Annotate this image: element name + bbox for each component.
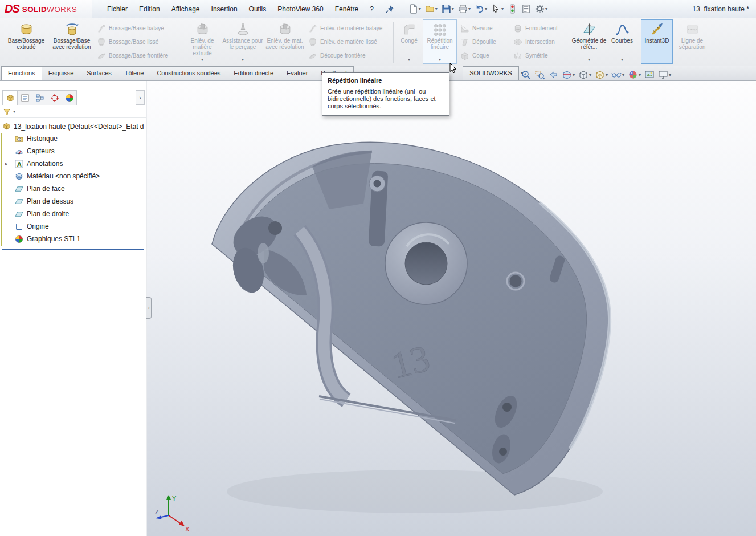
pin-menu-icon[interactable] — [385, 5, 394, 14]
edit-appearance-button[interactable]: ▾ — [627, 69, 642, 80]
property-manager-tab[interactable] — [17, 90, 32, 105]
split-line-button[interactable]: Ligne de séparation — [673, 19, 712, 64]
chevron-down-icon[interactable]: ▾ — [452, 6, 454, 11]
fillet-button[interactable]: Congé ▾ — [395, 19, 423, 64]
previous-view-button[interactable] — [547, 69, 559, 80]
select-cursor-button[interactable]: ▾ — [489, 3, 505, 15]
extruded-boss-button[interactable]: Base/Bossage extrudé — [2, 19, 50, 64]
tree-item-origine[interactable]: Origine — [0, 220, 146, 233]
menu-affichage[interactable]: Affichage — [166, 2, 206, 16]
chevron-down-icon[interactable]: ▾ — [435, 6, 438, 11]
rebuild-stoplight-button[interactable] — [506, 3, 519, 15]
section-view-button[interactable]: ▾ — [561, 69, 576, 80]
display-manager-tab[interactable] — [62, 90, 77, 105]
chevron-down-icon[interactable]: ▾ — [589, 72, 591, 78]
extruded-cut-button[interactable]: Enlèv. de matière extrudé ▾ — [184, 19, 220, 64]
panel-splitter-handle[interactable]: ‹ — [146, 297, 152, 319]
instant3d-button[interactable]: Instant3D — [641, 19, 673, 64]
view-orientation-button[interactable]: ▾ — [577, 69, 592, 80]
swept-boss-button[interactable]: Bossage/Base balayé — [95, 22, 179, 35]
tab-surfaces[interactable]: Surfaces — [80, 66, 118, 80]
chevron-down-icon[interactable]: ▾ — [588, 58, 590, 62]
menu-insertion[interactable]: Insertion — [206, 2, 243, 16]
tab-edition-directe[interactable]: Edition directe — [227, 66, 280, 80]
feature-manager-tab[interactable] — [2, 90, 18, 105]
tree-item-historique[interactable]: Historique — [0, 132, 146, 145]
chevron-down-icon[interactable]: ▾ — [621, 58, 623, 62]
chevron-down-icon[interactable]: ▾ — [639, 72, 641, 78]
tree-item-materiau[interactable]: Matériau <non spécifié> — [0, 170, 146, 182]
tab-fonctions[interactable]: Fonctions — [1, 66, 42, 80]
intersect-button[interactable]: Intersection — [511, 35, 566, 48]
configuration-manager-tab[interactable] — [32, 90, 47, 105]
tree-item-plan-de-face[interactable]: Plan de face — [0, 182, 146, 195]
chevron-down-icon[interactable]: ▾ — [419, 6, 421, 11]
chevron-down-icon[interactable]: ▾ — [573, 72, 575, 78]
curves-button[interactable]: Courbes ▾ — [607, 19, 637, 64]
chevron-down-icon[interactable]: ▾ — [439, 58, 441, 62]
tree-item-plan-de-dessus[interactable]: Plan de dessus — [0, 195, 146, 208]
chevron-down-icon[interactable]: ▾ — [669, 72, 671, 78]
boundary-boss-button[interactable]: Bossage/Base frontière — [95, 49, 179, 62]
tree-filter-bar[interactable]: ▾ — [0, 105, 146, 118]
chevron-down-icon[interactable]: ▾ — [606, 72, 608, 78]
print-button[interactable]: ▾ — [456, 3, 472, 15]
tree-root-item[interactable]: 13_fixation haute (Défaut<<Défaut>_Etat … — [0, 120, 146, 132]
chevron-down-icon[interactable]: ▾ — [622, 72, 624, 78]
chevron-down-icon[interactable]: ▾ — [242, 58, 244, 62]
swept-cut-button[interactable]: Enlèv. de matière balayé — [306, 22, 390, 35]
chevron-down-icon[interactable]: ▾ — [408, 58, 410, 62]
revolved-boss-button[interactable]: Bossage/Base avec révolution — [50, 19, 93, 64]
expand-arrow-icon[interactable]: ▸ — [5, 161, 8, 167]
rib-button[interactable]: Nervure — [458, 22, 505, 35]
save-button[interactable]: ▾ — [440, 3, 456, 15]
hole-wizard-button[interactable]: Assistance pour le perçage ▾ — [220, 19, 265, 64]
menu-photoview[interactable]: PhotoView 360 — [272, 2, 329, 16]
chevron-down-icon[interactable]: ▾ — [545, 6, 547, 11]
linear-pattern-button[interactable]: Répétition linéaire ▾ — [423, 19, 457, 64]
zoom-area-button[interactable] — [533, 69, 546, 80]
tree-item-graphiques-stl1[interactable]: Graphiques STL1 — [0, 233, 146, 245]
new-document-button[interactable]: ▾ — [407, 3, 423, 15]
menu-help[interactable]: ? — [364, 2, 379, 16]
menu-edition[interactable]: Edition — [133, 2, 166, 16]
apply-scene-button[interactable] — [643, 69, 656, 80]
shell-button[interactable]: Coque — [458, 49, 505, 62]
draft-button[interactable]: Dépouille — [458, 35, 505, 48]
tree-item-capteurs[interactable]: Capteurs — [0, 145, 146, 157]
tab-evaluer[interactable]: Evaluer — [280, 66, 314, 80]
boundary-cut-button[interactable]: Découpe frontière — [306, 49, 390, 62]
tab-constructions-soudees[interactable]: Constructions soudées — [150, 66, 227, 80]
part-model[interactable]: 13 — [147, 81, 756, 536]
menu-outils[interactable]: Outils — [243, 2, 272, 16]
rollback-bar[interactable] — [2, 249, 144, 250]
view-settings-button[interactable]: ▾ — [657, 69, 672, 80]
dimxpert-manager-tab[interactable] — [47, 90, 62, 105]
menu-fichier[interactable]: Fichier — [101, 2, 133, 16]
lofted-boss-button[interactable]: Bossage/Base lissé — [95, 35, 179, 48]
tab-tolerie[interactable]: Tôlerie — [118, 66, 151, 80]
chevron-down-icon[interactable]: ▾ — [468, 6, 471, 11]
zoom-fit-button[interactable] — [520, 69, 532, 80]
display-style-button[interactable]: ▾ — [594, 69, 609, 80]
chevron-down-icon[interactable]: ▾ — [201, 58, 203, 62]
hide-show-items-button[interactable]: ▾ — [610, 69, 626, 80]
solidworks-logo[interactable]: DS SOLIDWORKS — [0, 0, 92, 18]
undo-button[interactable]: ▾ — [473, 3, 489, 15]
lofted-cut-button[interactable]: Enlèv. de matière lissé — [306, 35, 390, 48]
mirror-button[interactable]: Symétrie — [511, 49, 566, 62]
tab-esquisse[interactable]: Esquisse — [42, 66, 81, 80]
panel-flyout-arrow[interactable]: › — [136, 90, 145, 105]
chevron-down-icon[interactable]: ▾ — [501, 6, 504, 11]
chevron-down-icon[interactable]: ▾ — [13, 109, 15, 114]
revolved-cut-button[interactable]: Enlèv. de mat. avec révolution — [265, 19, 305, 64]
open-document-button[interactable]: ▾ — [423, 3, 439, 15]
tree-item-plan-de-droite[interactable]: Plan de droite — [0, 208, 146, 220]
tree-item-annotations[interactable]: ▸ Annotations — [0, 157, 146, 170]
tab-solidworks[interactable]: SOLIDWORKS — [463, 66, 519, 80]
file-properties-button[interactable] — [520, 3, 533, 15]
graphics-viewport[interactable]: 13 Y X Z — [147, 81, 756, 536]
menu-fenetre[interactable]: Fenêtre — [329, 2, 364, 16]
chevron-down-icon[interactable]: ▾ — [485, 6, 487, 11]
wrap-button[interactable]: Enroulement — [511, 22, 566, 35]
